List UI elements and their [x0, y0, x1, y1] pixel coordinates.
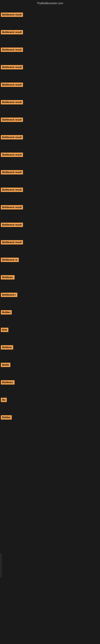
bottleneck-badge-row: Bottlen [1, 310, 12, 315]
bottleneck-badge-row: Bottleneck result [1, 82, 23, 88]
bottleneck-badge-row: Bottlenec [1, 380, 15, 386]
bottleneck-badge-row: Bottleneck result [1, 188, 23, 193]
bottleneck-badge-row: Bo [1, 398, 7, 403]
bottleneck-badge-row: Bottleneck re [1, 258, 19, 263]
bottleneck-badge-row: Bottlen [1, 415, 12, 420]
bottleneck-badge[interactable]: Bottleneck result [1, 188, 23, 192]
site-title-text: TheBottlenecker.com [37, 2, 63, 5]
bottleneck-badge-row: Bottlenec [1, 275, 15, 280]
bottleneck-badge[interactable]: Bo [1, 398, 7, 402]
bottleneck-badge[interactable]: Bottleneck result [1, 152, 23, 157]
bottleneck-badge-row: Bottleneck r [1, 292, 17, 298]
bottleneck-badge[interactable]: Bottleneck result [1, 48, 23, 52]
bottleneck-badge-row: Bottleneck result [1, 152, 23, 158]
bottleneck-badge-row: Bottle [1, 363, 10, 368]
badge-container: Bottleneck resultBottleneck resultBottle… [0, 6, 100, 449]
bottleneck-badge-row: Bottleneck result [1, 118, 23, 123]
bottleneck-badge[interactable]: Bottlen [1, 310, 12, 314]
bottleneck-badge[interactable]: Bottleneck re [1, 258, 19, 262]
bottleneck-badge[interactable]: Bottlen [1, 415, 12, 420]
bottleneck-badge[interactable]: Bottleneck result [1, 170, 23, 174]
bottleneck-badge[interactable]: Bottlenec [1, 380, 15, 384]
bottleneck-badge-row: Bottleneck result [1, 12, 23, 18]
site-title: TheBottlenecker.com [0, 0, 100, 6]
bottleneck-badge[interactable]: Bottle [1, 363, 10, 367]
bottleneck-badge[interactable]: Bottlene [1, 345, 13, 350]
bottleneck-badge-row: Bottleneck result [1, 65, 23, 70]
bottleneck-badge[interactable]: Bottleneck result [1, 240, 23, 244]
bottleneck-badge[interactable]: Bottleneck result [1, 205, 23, 210]
bottleneck-badge-row: Bottleneck result [1, 240, 23, 245]
bottleneck-badge-row: Bottleneck result [1, 100, 23, 105]
bottleneck-badge[interactable]: Bottleneck result [1, 82, 23, 87]
bottleneck-badge[interactable]: Bott [1, 328, 8, 332]
bottleneck-badge-row: Bottleneck result [1, 222, 23, 228]
bottleneck-badge-row: Bottleneck result [1, 205, 23, 210]
bottleneck-badge-row: Bott [1, 328, 8, 333]
bottleneck-badge[interactable]: Bottleneck result [1, 118, 23, 122]
bottleneck-badge-row: Bottleneck result [1, 135, 23, 140]
vertical-line [1, 554, 1, 578]
bottleneck-badge-row: Bottleneck result [1, 30, 23, 35]
bottleneck-badge[interactable]: Bottleneck result [1, 222, 23, 227]
bottleneck-badge-row: Bottlene [1, 345, 13, 350]
bottleneck-badge[interactable]: Bottleneck r [1, 292, 17, 297]
page-wrapper: TheBottlenecker.com Bottleneck resultBot… [0, 0, 100, 644]
bottleneck-badge[interactable]: Bottleneck result [1, 135, 23, 140]
bottleneck-badge[interactable]: Bottleneck result [1, 12, 23, 17]
bottleneck-badge[interactable]: Bottleneck result [1, 100, 23, 104]
bottleneck-badge[interactable]: Bottlenec [1, 275, 15, 280]
bottleneck-badge-row: Bottleneck result [1, 170, 23, 175]
bottleneck-badge[interactable]: Bottleneck result [1, 65, 23, 70]
bottleneck-badge-row: Bottleneck result [1, 48, 23, 53]
bottleneck-badge[interactable]: Bottleneck result [1, 30, 23, 34]
